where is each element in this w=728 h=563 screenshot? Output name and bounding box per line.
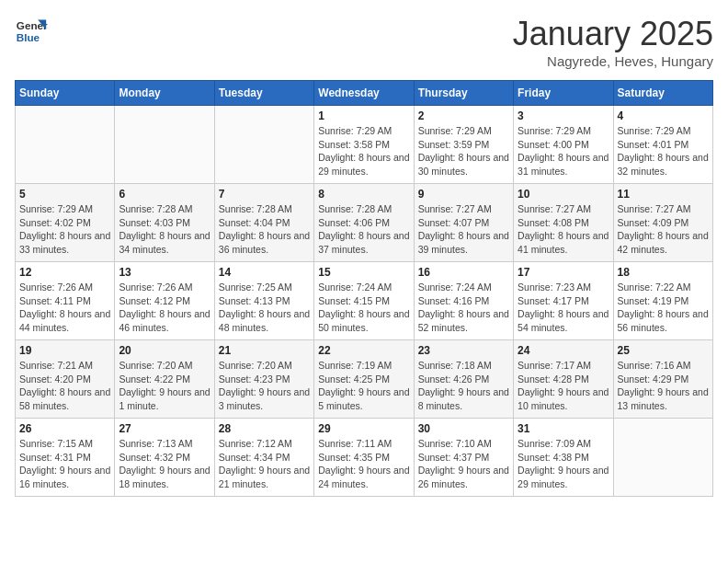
- day-info: Sunrise: 7:19 AM Sunset: 4:25 PM Dayligh…: [318, 359, 409, 413]
- day-info: Sunrise: 7:29 AM Sunset: 3:59 PM Dayligh…: [418, 124, 509, 178]
- day-number: 26: [19, 422, 110, 435]
- day-cell: 31Sunrise: 7:09 AM Sunset: 4:38 PM Dayli…: [514, 419, 613, 497]
- day-number: 3: [518, 109, 609, 122]
- day-number: 21: [219, 344, 310, 357]
- day-cell: 17Sunrise: 7:23 AM Sunset: 4:17 PM Dayli…: [514, 262, 613, 340]
- day-cell: 26Sunrise: 7:15 AM Sunset: 4:31 PM Dayli…: [16, 419, 115, 497]
- day-number: 14: [219, 266, 310, 279]
- day-number: 19: [19, 344, 110, 357]
- week-row-1: 1Sunrise: 7:29 AM Sunset: 3:58 PM Daylig…: [16, 106, 713, 184]
- day-info: Sunrise: 7:23 AM Sunset: 4:17 PM Dayligh…: [518, 281, 609, 335]
- day-number: 4: [618, 109, 709, 122]
- week-row-5: 26Sunrise: 7:15 AM Sunset: 4:31 PM Dayli…: [16, 419, 713, 497]
- day-number: 9: [418, 188, 509, 201]
- weekday-header-friday: Friday: [514, 81, 613, 106]
- day-number: 2: [418, 109, 509, 122]
- weekday-header-wednesday: Wednesday: [314, 81, 414, 106]
- day-number: 16: [418, 266, 509, 279]
- day-cell: 18Sunrise: 7:22 AM Sunset: 4:19 PM Dayli…: [613, 262, 712, 340]
- calendar-table: SundayMondayTuesdayWednesdayThursdayFrid…: [15, 80, 713, 497]
- day-cell: 8Sunrise: 7:28 AM Sunset: 4:06 PM Daylig…: [314, 184, 414, 262]
- day-number: 1: [318, 109, 409, 122]
- weekday-header-thursday: Thursday: [414, 81, 513, 106]
- weekday-header-saturday: Saturday: [613, 81, 712, 106]
- day-info: Sunrise: 7:11 AM Sunset: 4:35 PM Dayligh…: [318, 437, 409, 491]
- month-title: January 2025: [513, 15, 713, 53]
- day-info: Sunrise: 7:20 AM Sunset: 4:23 PM Dayligh…: [219, 359, 310, 413]
- day-cell: 12Sunrise: 7:26 AM Sunset: 4:11 PM Dayli…: [16, 262, 115, 340]
- day-number: 22: [318, 344, 409, 357]
- day-info: Sunrise: 7:25 AM Sunset: 4:13 PM Dayligh…: [219, 281, 310, 335]
- day-number: 31: [518, 422, 609, 435]
- weekday-header-row: SundayMondayTuesdayWednesdayThursdayFrid…: [16, 81, 713, 106]
- day-cell: 16Sunrise: 7:24 AM Sunset: 4:16 PM Dayli…: [414, 262, 513, 340]
- day-cell: 28Sunrise: 7:12 AM Sunset: 4:34 PM Dayli…: [214, 419, 313, 497]
- day-info: Sunrise: 7:29 AM Sunset: 4:00 PM Dayligh…: [518, 124, 609, 178]
- day-info: Sunrise: 7:28 AM Sunset: 4:04 PM Dayligh…: [219, 202, 310, 257]
- day-cell: 9Sunrise: 7:27 AM Sunset: 4:07 PM Daylig…: [414, 184, 513, 262]
- day-info: Sunrise: 7:21 AM Sunset: 4:20 PM Dayligh…: [19, 359, 110, 413]
- day-info: Sunrise: 7:27 AM Sunset: 4:09 PM Dayligh…: [618, 202, 709, 257]
- day-info: Sunrise: 7:13 AM Sunset: 4:32 PM Dayligh…: [119, 437, 210, 491]
- day-number: 30: [418, 422, 509, 435]
- weekday-header-tuesday: Tuesday: [214, 81, 313, 106]
- day-cell: 29Sunrise: 7:11 AM Sunset: 4:35 PM Dayli…: [314, 419, 414, 497]
- day-number: 18: [618, 266, 709, 279]
- day-number: 24: [518, 344, 609, 357]
- day-info: Sunrise: 7:26 AM Sunset: 4:12 PM Dayligh…: [119, 281, 210, 335]
- day-info: Sunrise: 7:20 AM Sunset: 4:22 PM Dayligh…: [119, 359, 210, 413]
- day-cell: 19Sunrise: 7:21 AM Sunset: 4:20 PM Dayli…: [16, 340, 115, 419]
- day-number: 8: [318, 188, 409, 201]
- day-number: 13: [119, 266, 210, 279]
- day-info: Sunrise: 7:29 AM Sunset: 4:01 PM Dayligh…: [618, 124, 709, 178]
- day-number: 29: [318, 422, 409, 435]
- day-number: 28: [219, 422, 310, 435]
- logo-icon: General Blue: [15, 15, 48, 48]
- day-cell: 7Sunrise: 7:28 AM Sunset: 4:04 PM Daylig…: [214, 184, 313, 262]
- day-cell: 20Sunrise: 7:20 AM Sunset: 4:22 PM Dayli…: [115, 340, 214, 419]
- weekday-header-monday: Monday: [115, 81, 214, 106]
- day-info: Sunrise: 7:27 AM Sunset: 4:07 PM Dayligh…: [418, 202, 509, 257]
- day-info: Sunrise: 7:24 AM Sunset: 4:16 PM Dayligh…: [418, 281, 509, 335]
- day-cell: 23Sunrise: 7:18 AM Sunset: 4:26 PM Dayli…: [414, 340, 513, 419]
- day-cell: 4Sunrise: 7:29 AM Sunset: 4:01 PM Daylig…: [613, 106, 712, 184]
- day-info: Sunrise: 7:16 AM Sunset: 4:29 PM Dayligh…: [618, 359, 709, 413]
- day-number: 25: [618, 344, 709, 357]
- day-cell: 15Sunrise: 7:24 AM Sunset: 4:15 PM Dayli…: [314, 262, 414, 340]
- day-cell: 25Sunrise: 7:16 AM Sunset: 4:29 PM Dayli…: [613, 340, 712, 419]
- week-row-4: 19Sunrise: 7:21 AM Sunset: 4:20 PM Dayli…: [16, 340, 713, 419]
- day-cell: [16, 106, 115, 184]
- day-info: Sunrise: 7:29 AM Sunset: 3:58 PM Dayligh…: [318, 124, 409, 178]
- day-cell: 3Sunrise: 7:29 AM Sunset: 4:00 PM Daylig…: [514, 106, 613, 184]
- logo: General Blue: [15, 15, 48, 48]
- day-info: Sunrise: 7:29 AM Sunset: 4:02 PM Dayligh…: [19, 202, 110, 257]
- day-info: Sunrise: 7:26 AM Sunset: 4:11 PM Dayligh…: [19, 281, 110, 335]
- page-header: General Blue January 2025 Nagyrede, Heve…: [15, 15, 713, 69]
- day-number: 23: [418, 344, 509, 357]
- day-cell: [214, 106, 313, 184]
- day-number: 17: [518, 266, 609, 279]
- day-number: 10: [518, 188, 609, 201]
- day-number: 27: [119, 422, 210, 435]
- day-cell: 14Sunrise: 7:25 AM Sunset: 4:13 PM Dayli…: [214, 262, 313, 340]
- day-cell: 24Sunrise: 7:17 AM Sunset: 4:28 PM Dayli…: [514, 340, 613, 419]
- day-cell: 2Sunrise: 7:29 AM Sunset: 3:59 PM Daylig…: [414, 106, 513, 184]
- week-row-2: 5Sunrise: 7:29 AM Sunset: 4:02 PM Daylig…: [16, 184, 713, 262]
- day-cell: 30Sunrise: 7:10 AM Sunset: 4:37 PM Dayli…: [414, 419, 513, 497]
- weekday-header-sunday: Sunday: [16, 81, 115, 106]
- day-number: 15: [318, 266, 409, 279]
- week-row-3: 12Sunrise: 7:26 AM Sunset: 4:11 PM Dayli…: [16, 262, 713, 340]
- day-cell: 27Sunrise: 7:13 AM Sunset: 4:32 PM Dayli…: [115, 419, 214, 497]
- day-info: Sunrise: 7:28 AM Sunset: 4:06 PM Dayligh…: [318, 202, 409, 257]
- day-cell: 13Sunrise: 7:26 AM Sunset: 4:12 PM Dayli…: [115, 262, 214, 340]
- day-cell: 11Sunrise: 7:27 AM Sunset: 4:09 PM Dayli…: [613, 184, 712, 262]
- day-cell: [613, 419, 712, 497]
- day-info: Sunrise: 7:12 AM Sunset: 4:34 PM Dayligh…: [219, 437, 310, 491]
- day-cell: [115, 106, 214, 184]
- day-cell: 6Sunrise: 7:28 AM Sunset: 4:03 PM Daylig…: [115, 184, 214, 262]
- day-info: Sunrise: 7:28 AM Sunset: 4:03 PM Dayligh…: [119, 202, 210, 257]
- day-cell: 5Sunrise: 7:29 AM Sunset: 4:02 PM Daylig…: [16, 184, 115, 262]
- day-info: Sunrise: 7:27 AM Sunset: 4:08 PM Dayligh…: [518, 202, 609, 257]
- title-area: January 2025 Nagyrede, Heves, Hungary: [513, 15, 713, 69]
- day-cell: 22Sunrise: 7:19 AM Sunset: 4:25 PM Dayli…: [314, 340, 414, 419]
